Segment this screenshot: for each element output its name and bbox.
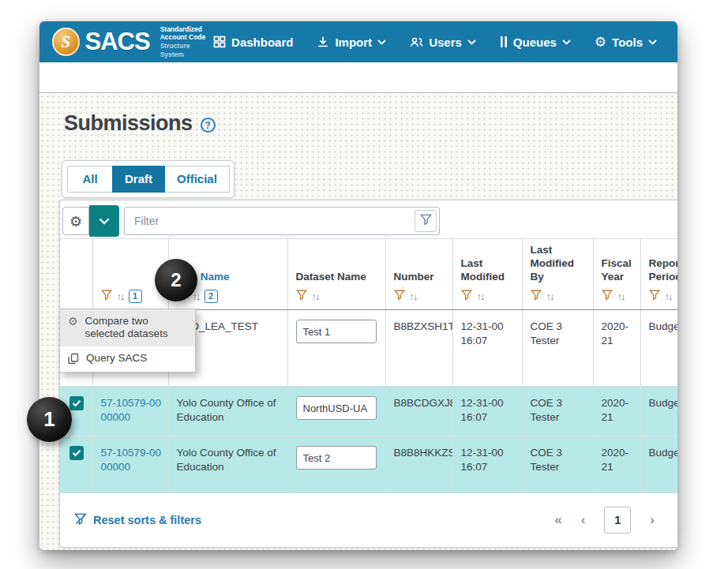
dataset-name-input[interactable]	[296, 396, 377, 420]
header-last-modified[interactable]: Last Modified ↑↓	[452, 239, 522, 310]
number-cell: B8BZXSH1T5	[394, 320, 448, 334]
dataset-name-input[interactable]	[296, 320, 377, 343]
last-modified-cell: 12-31-00 16:07	[461, 396, 517, 425]
report-period-cell: Budget	[649, 446, 678, 460]
funnel-icon[interactable]	[602, 290, 613, 303]
reset-sorts-filters-button[interactable]: Reset sorts & filters	[74, 513, 201, 528]
number-cell: B8BCDGXJ8G	[394, 396, 448, 410]
header-number[interactable]: Number ↑↓	[385, 239, 452, 310]
sacs-logo[interactable]: S SACS Standardized Account Code Structu…	[52, 25, 213, 59]
report-period-cell: Budget	[649, 396, 678, 410]
actions-gear-button[interactable]: ⚙	[62, 207, 89, 235]
app-window: S SACS Standardized Account Code Structu…	[39, 21, 677, 550]
filter-input-wrap	[124, 207, 440, 235]
filter-funnel-button[interactable]	[415, 210, 437, 232]
last-modified-cell: 12-31-00 16:07	[461, 446, 517, 474]
menu-item-query-sacs[interactable]: Query SACS	[60, 346, 195, 372]
menu-item-compare-datasets[interactable]: ⚙ Compare two selected datasets	[60, 309, 195, 346]
filter-input[interactable]	[124, 207, 440, 235]
sort-arrows-icon[interactable]: ↑↓	[117, 290, 124, 302]
submissions-card: ⚙	[59, 200, 677, 548]
actions-dropdown-button[interactable]	[89, 205, 119, 237]
header-report-period[interactable]: Report Period ↑↓	[640, 239, 677, 310]
header-dataset-name[interactable]: Dataset Name ↑↓	[287, 239, 385, 310]
table-header-row: ↑↓ 1 LEA Name	[60, 239, 677, 310]
cds-link[interactable]: 57-10579-0000000	[101, 396, 163, 425]
dataset-name-input[interactable]	[296, 446, 377, 470]
pagination-prev-button[interactable]: ‹	[581, 512, 586, 528]
fiscal-year-cell: 2020-21	[602, 320, 636, 348]
fiscal-year-cell: 2020-21	[602, 396, 636, 425]
page-title-row: Submissions ?	[64, 111, 216, 136]
last-modified-by-cell: COE 3 Tester	[531, 446, 588, 474]
nav-item-queues[interactable]: Queues	[500, 36, 571, 49]
nav-label-import: Import	[335, 36, 372, 49]
nav-item-users[interactable]: Users	[410, 36, 476, 49]
pagination-current-page[interactable]: 1	[604, 507, 631, 533]
logo-subtitle-line1: Standardized	[160, 25, 202, 33]
fiscal-year-cell: 2020-21	[602, 446, 636, 474]
row-checkbox[interactable]	[69, 446, 84, 460]
annotation-step-2-badge: 2	[155, 259, 197, 301]
funnel-icon[interactable]	[394, 290, 405, 303]
cds-link[interactable]: 57-10579-0000000	[101, 446, 163, 474]
logo-subtitle-line2: Account Code	[160, 33, 206, 41]
tab-all[interactable]: All	[67, 166, 113, 193]
tab-official[interactable]: Official	[164, 166, 230, 193]
submissions-tabs: All Draft Official	[62, 160, 235, 198]
sort-arrows-icon[interactable]: ↑↓	[312, 290, 319, 302]
header-dataset-name-label: Dataset Name	[296, 271, 381, 284]
logo-monogram: S	[61, 32, 70, 52]
page-title: Submissions	[64, 111, 193, 136]
last-modified-by-cell: COE 3 Tester	[531, 396, 588, 425]
funnel-icon[interactable]	[649, 290, 660, 303]
sort-arrows-icon[interactable]: ↑↓	[410, 290, 417, 302]
funnel-icon[interactable]	[461, 290, 472, 303]
chevron-down-icon	[648, 39, 657, 45]
row-checkbox[interactable]	[69, 396, 84, 410]
logo-acronym: SACS	[85, 28, 150, 56]
report-period-cell: Budget	[649, 320, 678, 334]
tab-draft[interactable]: Draft	[112, 166, 165, 193]
nav-item-dashboard[interactable]: Dashboard	[213, 36, 293, 49]
nav-item-import[interactable]: Import	[317, 36, 386, 49]
chevron-down-icon	[467, 39, 476, 45]
funnel-icon	[420, 214, 432, 229]
funnel-icon[interactable]	[101, 290, 112, 303]
logo-subtitle-line3: Structure System	[160, 42, 190, 58]
sort-order-badge: 1	[129, 290, 142, 303]
header-last-modified-by[interactable]: Last Modified By ↑↓	[522, 239, 593, 310]
header-fiscal-year-label: Fiscal Year	[602, 257, 636, 284]
sort-arrows-icon[interactable]: ↑↓	[665, 290, 672, 302]
menu-item-query-sacs-label: Query SACS	[86, 352, 147, 365]
tools-gear-icon: ⚙	[595, 36, 606, 49]
nav-label-queues: Queues	[513, 36, 557, 49]
annotation-step-1-badge: 1	[27, 397, 72, 442]
nav-label-users: Users	[429, 36, 462, 49]
help-icon[interactable]: ?	[201, 118, 216, 133]
funnel-slash-icon	[74, 513, 87, 528]
header-fiscal-year[interactable]: Fiscal Year ↑↓	[593, 239, 640, 310]
copy-icon	[68, 353, 79, 366]
gear-icon: ⚙	[68, 316, 78, 327]
logo-subtitle: Standardized Account Code Structure Syst…	[160, 25, 213, 59]
lea-name-cell: Yolo County Office of Education	[177, 396, 283, 425]
header-last-modified-label: Last Modified	[461, 257, 517, 284]
funnel-icon[interactable]	[296, 290, 307, 303]
last-modified-cell: 12-31-00 16:07	[461, 320, 517, 348]
pagination-next-button[interactable]: ›	[650, 512, 655, 528]
header-number-label: Number	[394, 271, 448, 284]
menu-item-compare-datasets-label: Compare two selected datasets	[85, 315, 187, 341]
number-cell: B8B8HKKZS5	[394, 446, 448, 460]
pagination-first-button[interactable]: «	[554, 512, 561, 528]
table-row: 57-10579-0000000 Yolo County Office of E…	[60, 436, 677, 493]
funnel-icon[interactable]	[531, 290, 542, 303]
sort-arrows-icon[interactable]: ↑↓	[617, 290, 625, 302]
chevron-down-icon	[377, 39, 386, 45]
sort-arrows-icon[interactable]: ↑↓	[546, 290, 554, 302]
users-icon	[410, 36, 423, 48]
sort-arrows-icon[interactable]: ↑↓	[477, 290, 484, 302]
nav-item-tools[interactable]: ⚙ Tools	[595, 36, 657, 49]
table-row: 57-10579-0000000 Yolo County Office of E…	[60, 387, 677, 436]
chevron-down-icon	[99, 214, 110, 228]
